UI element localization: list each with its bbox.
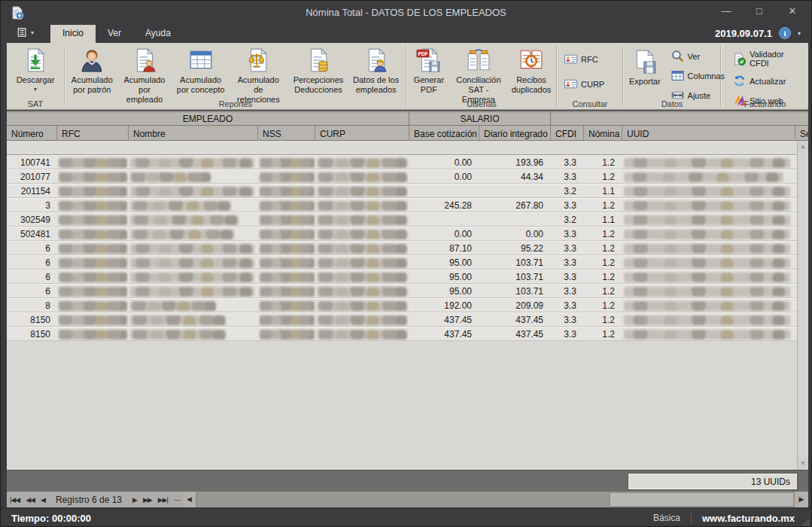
column-header-serie[interactable]: Se [795, 126, 808, 140]
grid-footer-band: 13 UUIDs [7, 470, 808, 492]
generar-pdf-button[interactable]: Generar PDF [409, 45, 449, 95]
table-row[interactable]: 100741 0.00 193.96 3.3 1.2 [7, 155, 808, 169]
actualizar-button[interactable]: Actualizar [728, 73, 806, 89]
scroll-left-icon[interactable]: ◀ [183, 492, 196, 507]
table-row[interactable]: 8150 437.45 437.45 3.3 1.2 [7, 312, 808, 327]
redacted-uuid [624, 301, 790, 311]
cell-numero: 6 [7, 270, 57, 283]
redacted-curp [317, 215, 407, 225]
ribbon: Descargar ▾ SAT Acumulado por patrón Acu… [7, 43, 808, 110]
acumulado-patron-button[interactable]: Acumulado por patrón [68, 45, 115, 95]
redacted-nombre [130, 258, 254, 268]
table-row[interactable]: 8150 437.45 437.45 3.3 1.2 [7, 327, 808, 341]
nav-last-button[interactable]: ▶▶| [155, 496, 171, 504]
close-button[interactable]: ✕ [787, 5, 798, 17]
column-header-nss[interactable]: NSS [258, 126, 315, 140]
redacted-nss [260, 201, 315, 211]
nav-minus-button[interactable]: — [171, 496, 183, 504]
cell-base: 245.28 [409, 198, 479, 212]
cell-base: 437.45 [409, 312, 479, 326]
redacted-rfc [59, 315, 127, 325]
table-row[interactable]: 502481 0.00 0.00 3.3 1.2 [7, 227, 808, 241]
group-caption-consultar: Consultar [558, 99, 622, 108]
horizontal-scrollbar[interactable]: ◀ ▶ [183, 492, 808, 507]
redacted-nombre [130, 273, 254, 282]
table-row[interactable]: 201154 3.2 1.1 [7, 184, 808, 198]
column-header-numero[interactable]: Número▲ [7, 126, 57, 140]
nav-next-button[interactable]: ▶ [129, 496, 140, 504]
table-row[interactable]: 6 95.00 103.71 3.3 1.2 [7, 255, 808, 270]
nav-prev-page-button[interactable]: ◀◀ [23, 496, 38, 504]
horizontal-scroll-thumb[interactable] [610, 492, 794, 507]
table-row[interactable]: 3 245.28 267.80 3.3 1.2 [7, 198, 808, 212]
acumulado-empleado-button[interactable]: Acumulado por empleado [117, 45, 172, 105]
chevron-down-icon[interactable]: ▾ [798, 30, 801, 37]
exportar-button[interactable]: Exportar [626, 47, 664, 87]
tiempo-label: Tiempo: 00:00:00 [1, 513, 91, 524]
vertical-scrollbar[interactable]: ▲ ▼ [797, 141, 808, 470]
tab-ver[interactable]: Ver [96, 25, 133, 43]
column-header-cfdi[interactable]: CFDI [551, 126, 584, 140]
cell-cfdi: 3.2 [551, 184, 584, 197]
pdf-save-icon [416, 47, 442, 73]
main-menu-button[interactable]: ▾ [16, 27, 34, 38]
ver-button[interactable]: Ver [667, 48, 730, 64]
table-row[interactable]: 6 95.00 103.71 3.3 1.2 [7, 270, 808, 284]
column-header-uuid[interactable]: UUID [622, 126, 795, 140]
cell-cfdi: 3.3 [551, 241, 584, 254]
group-caption-sat: SAT [7, 99, 64, 108]
columnas-button[interactable]: Columnas [667, 68, 730, 84]
column-header-nombre[interactable]: Nombre [129, 126, 258, 140]
table-row[interactable]: 302549 3.2 1.1 [7, 212, 808, 227]
info-icon[interactable]: i [779, 27, 791, 39]
cell-numero: 201077 [7, 169, 57, 183]
scroll-up-icon[interactable]: ▲ [798, 141, 808, 153]
redacted-nss [260, 273, 315, 282]
scroll-right-icon[interactable]: ▶ [795, 492, 808, 507]
minimize-button[interactable]: — [721, 5, 731, 17]
recibos-duplicados-button[interactable]: Recibos duplicados [509, 45, 554, 95]
nav-next-page-button[interactable]: ▶▶ [140, 496, 155, 504]
resize-grip[interactable] [803, 519, 809, 525]
nav-prev-button[interactable]: ◀ [38, 496, 48, 504]
ribbon-group-reportes: Acumulado por patrón Acumulado por emple… [65, 43, 406, 109]
column-header-nomina[interactable]: Nómina [584, 126, 622, 140]
record-indicator: Registro 6 de 13 [48, 495, 129, 505]
column-header-diario[interactable]: Diario integrado [479, 126, 551, 140]
tab-inicio[interactable]: Inicio [50, 25, 96, 43]
table-row[interactable]: 6 87.10 95.22 3.3 1.2 [7, 241, 808, 255]
percepciones-deducciones-button[interactable]: Percepciones Deducciones [289, 45, 348, 95]
cell-base: 95.00 [409, 284, 479, 297]
scroll-down-icon[interactable]: ▼ [798, 458, 808, 470]
acumulado-concepto-button[interactable]: Acumulado por concepto [174, 45, 228, 95]
descargar-button[interactable]: Descargar ▾ [14, 45, 58, 91]
cell-diario: 209.09 [479, 298, 551, 312]
ribbon-group-sat: Descargar ▾ SAT [7, 43, 64, 109]
ribbon-tab-row: ▾ Inicio Ver Ayuda 2019.09.07.1 i ▾ [1, 25, 811, 43]
nav-first-button[interactable]: |◀◀ [7, 496, 23, 504]
maximize-button[interactable]: □ [754, 5, 765, 17]
website-link[interactable]: www.facturando.mx [702, 513, 795, 524]
table-row[interactable]: 8 192.00 209.09 3.3 1.2 [7, 298, 808, 312]
redacted-rfc [59, 258, 127, 268]
grid-filter-row[interactable] [7, 141, 808, 155]
validador-cfdi-button[interactable]: Validador CFDI [728, 48, 806, 69]
cell-cfdi: 3.2 [551, 212, 584, 226]
column-header-rfc[interactable]: RFC [57, 126, 129, 140]
conciliacion-button[interactable]: Conciliación SAT - Empresa [449, 45, 509, 105]
cell-numero: 8150 [7, 312, 57, 326]
redacted-rfc [59, 330, 127, 340]
cell-nomina: 1.1 [584, 212, 622, 226]
curp-button[interactable]: CURP [560, 76, 609, 92]
window-title: Nómina Total - DATOS DE LOS EMPLEADOS [1, 7, 811, 18]
column-header-curp[interactable]: CURP [315, 126, 409, 140]
tab-ayuda[interactable]: Ayuda [133, 25, 183, 43]
table-row[interactable]: 6 95.00 103.71 3.3 1.2 [7, 284, 808, 298]
cell-numero: 6 [7, 241, 57, 254]
rfc-button[interactable]: RFC [560, 51, 609, 67]
table-row[interactable]: 201077 0.00 44.34 3.3 1.2 [7, 169, 808, 184]
columns-icon [671, 69, 684, 82]
acumulado-retenciones-button[interactable]: Acumulado de retenciones [230, 45, 287, 105]
datos-empleados-button[interactable]: Datos de los empleados [350, 45, 403, 95]
column-header-base[interactable]: Base cotización [409, 126, 479, 140]
